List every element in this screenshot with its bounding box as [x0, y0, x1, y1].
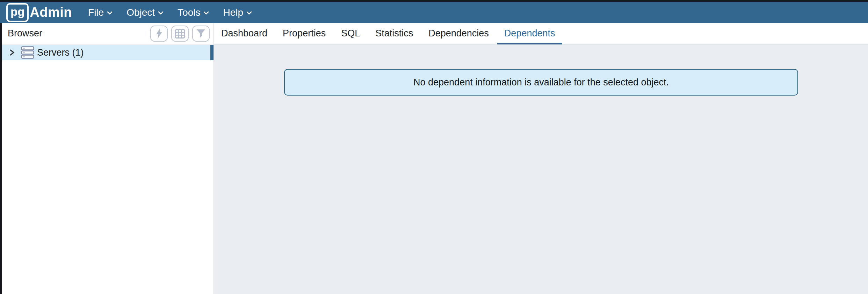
tab-dependents[interactable]: Dependents [497, 23, 562, 44]
view-data-button[interactable] [171, 26, 189, 42]
chevron-down-icon [246, 11, 252, 15]
chevron-right-icon[interactable] [8, 48, 15, 57]
menu-object-label: Object [126, 7, 155, 18]
chevron-down-icon [158, 11, 164, 15]
menu-tools-label: Tools [178, 7, 200, 18]
lightning-bolt-icon [155, 28, 163, 39]
browser-panel-title: Browser [8, 28, 42, 39]
funnel-filter-icon [196, 29, 206, 38]
no-dependents-message: No dependent information is available fo… [413, 77, 669, 88]
menu-object[interactable]: Object [120, 2, 171, 23]
tab-sql[interactable]: SQL [334, 23, 367, 44]
menu-file-label: File [88, 7, 104, 18]
window-left-edge [0, 23, 2, 294]
filter-button[interactable] [192, 26, 210, 42]
tab-dashboard[interactable]: Dashboard [214, 23, 274, 44]
chevron-down-icon [107, 11, 113, 15]
tree-item-servers[interactable]: Servers (1) [0, 45, 214, 60]
no-dependents-info-box: No dependent information is available fo… [284, 69, 798, 96]
menu-help-label: Help [223, 7, 243, 18]
tab-properties-label: Properties [283, 28, 326, 39]
menu-file[interactable]: File [81, 2, 120, 23]
main-area: Servers (1) No dependent information is … [0, 44, 868, 294]
dependents-tab-content: No dependent information is available fo… [214, 44, 868, 294]
pgadmin-logo: pg Admin [6, 3, 72, 22]
tab-sql-label: SQL [341, 28, 360, 39]
main-menu: File Object Tools Help [81, 2, 259, 23]
pgadmin-logo-admin-text: Admin [30, 5, 72, 20]
tab-dependencies[interactable]: Dependencies [421, 23, 496, 44]
tree-scrollbar-thumb[interactable] [210, 45, 214, 60]
tree-item-servers-label: Servers (1) [37, 47, 84, 58]
browser-tree-panel: Servers (1) [0, 44, 214, 294]
tab-statistics-label: Statistics [375, 28, 413, 39]
browser-toolbar [150, 26, 210, 42]
tab-properties[interactable]: Properties [276, 23, 333, 44]
menu-help[interactable]: Help [216, 2, 259, 23]
panel-header-row: Browser [0, 23, 868, 44]
table-grid-icon [175, 29, 185, 38]
object-tabs: Dashboard Properties SQL Statistics Depe… [214, 23, 868, 44]
tab-dashboard-label: Dashboard [221, 28, 267, 39]
tab-dependencies-label: Dependencies [428, 28, 489, 39]
app-menubar: pg Admin File Object Tools Help [0, 2, 868, 23]
server-stack-icon [21, 46, 34, 59]
tab-dependents-label: Dependents [504, 28, 555, 39]
pgadmin-window: pg Admin File Object Tools Help Br [0, 0, 868, 294]
menu-tools[interactable]: Tools [171, 2, 216, 23]
chevron-down-icon [203, 11, 209, 15]
browser-panel-header: Browser [0, 23, 214, 44]
pgadmin-logo-pg-badge: pg [6, 3, 29, 22]
tab-statistics[interactable]: Statistics [368, 23, 420, 44]
quick-connect-button[interactable] [150, 26, 168, 42]
